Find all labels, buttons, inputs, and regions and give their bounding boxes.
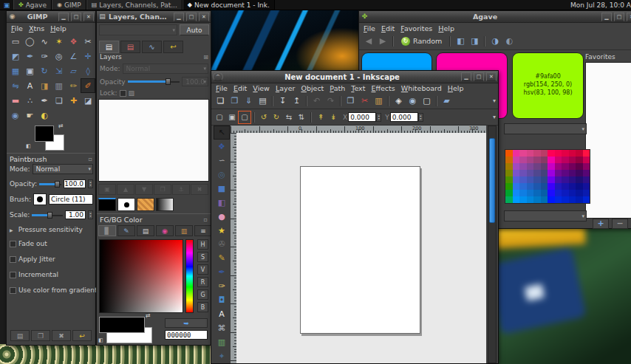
inkscape-menu-edit[interactable]: Edit — [231, 83, 250, 93]
palette-cell[interactable] — [548, 183, 555, 190]
palette-cell[interactable] — [519, 190, 527, 196]
opacity-spinner[interactable] — [88, 179, 93, 188]
inkscape-menu-file[interactable]: File — [213, 83, 231, 93]
palette-cell[interactable] — [527, 170, 534, 176]
delete-tool-options-button[interactable]: ✖ — [52, 330, 71, 341]
minimize-button[interactable]: ▁ — [174, 13, 184, 21]
remove-favorite-button[interactable]: − — [612, 219, 628, 229]
apply-jitter-option[interactable]: Apply Jitter — [10, 255, 93, 263]
lock-alpha-icon[interactable]: ▨ — [129, 89, 135, 97]
fgbg-dock-tab[interactable] — [98, 198, 116, 211]
palette-cell[interactable] — [583, 183, 590, 190]
palette-cell[interactable] — [513, 170, 520, 176]
taskbar-item-agave[interactable]: ✤Agave — [13, 0, 52, 10]
palette-cell[interactable] — [548, 163, 555, 170]
palette-cell[interactable] — [527, 183, 534, 190]
rotate-cw-button[interactable]: ↻ — [270, 111, 282, 123]
zoom-page-button[interactable]: ▢ — [420, 95, 434, 108]
palette-cell[interactable] — [527, 157, 534, 163]
zoom-selection-button[interactable]: ◈ — [392, 95, 406, 108]
undo-history-tab[interactable]: ↩ — [163, 41, 183, 53]
inkscape-menu-effects[interactable]: Effects — [368, 83, 398, 93]
palette-cell[interactable] — [583, 170, 590, 176]
x-spinner[interactable] — [376, 113, 381, 122]
palette-cell[interactable] — [513, 190, 520, 196]
layers-tab[interactable]: ▤ — [99, 41, 119, 53]
palette-cell[interactable] — [555, 176, 562, 183]
copy-button[interactable]: ❐ — [344, 95, 358, 108]
print-button[interactable]: ▤ — [256, 95, 270, 108]
palette-cell[interactable] — [527, 196, 534, 203]
restore-tool-options-button[interactable]: ❐ — [31, 330, 50, 341]
rotate-ccw-button[interactable]: ↺ — [258, 111, 270, 123]
palette-cell[interactable] — [505, 183, 513, 190]
inkscape-tweak-tool[interactable]: ∽ — [214, 154, 230, 168]
darken-scheme-button[interactable]: ◧ — [454, 35, 467, 47]
hue-strip[interactable] — [185, 239, 194, 313]
palette-cell[interactable] — [541, 150, 548, 157]
apply-jitter-checkbox[interactable] — [10, 256, 16, 263]
agave-menu-file[interactable]: File — [361, 24, 378, 33]
inkscape-connector-tool[interactable]: ⌘ — [214, 321, 230, 335]
brush-name[interactable]: Circle (11) — [49, 194, 93, 205]
raise-to-top-button[interactable]: ↟ — [315, 111, 327, 123]
lock-checkbox[interactable] — [120, 90, 126, 97]
scissors-tool[interactable]: ✂ — [81, 34, 95, 49]
palette-cell[interactable] — [562, 163, 569, 170]
palette-cell[interactable] — [569, 163, 576, 170]
inkscape-ruler-top[interactable]: 0100200300400 — [231, 126, 486, 133]
image-select[interactable] — [99, 24, 177, 35]
scale-slider[interactable] — [32, 212, 63, 219]
inkscape-text-tool[interactable]: A — [214, 307, 230, 321]
layer-opacity-slider[interactable] — [128, 78, 180, 85]
inkscape-canvas[interactable] — [236, 133, 486, 363]
zoom-tool[interactable]: ◎ — [52, 49, 66, 63]
inkscape-menu-text[interactable]: Text — [348, 83, 368, 93]
x-field[interactable]: 0.000 — [348, 112, 376, 122]
airbrush-tool[interactable]: ∴ — [23, 93, 38, 108]
inkscape-selector-tool[interactable]: ↖ — [214, 126, 230, 140]
palette-cell[interactable] — [527, 150, 534, 157]
gradient-option[interactable]: Use color from gradient — [10, 286, 93, 294]
fgbg-menu-icon[interactable]: ▫ — [204, 216, 208, 223]
scheme-swatch-green[interactable]: #9afa00 rgb(154, 250, 0) hsv(83, 100, 98… — [512, 52, 584, 119]
move-tool[interactable]: ✛ — [81, 49, 95, 63]
random-button[interactable]: ↻ Random — [397, 35, 446, 47]
palette-cell[interactable] — [583, 196, 590, 203]
palette-cell[interactable] — [548, 196, 555, 203]
ellipse-select-tool[interactable]: ◯ — [23, 34, 38, 49]
palette-selector-tab[interactable]: ▥ — [175, 225, 193, 236]
palette-cell[interactable] — [555, 190, 562, 196]
vertical-scrollbar[interactable] — [488, 126, 497, 363]
palette-cell[interactable] — [519, 176, 527, 183]
dialog-foreground-swatch[interactable] — [99, 317, 145, 333]
inkscape-dropper-tool[interactable]: ✦ — [214, 349, 230, 363]
minimize-button[interactable]: ▁ — [58, 13, 69, 21]
taskbar-item-inkscape[interactable]: ◆New document 1 - Ink. — [183, 0, 275, 10]
inkscape-spiral-tool[interactable]: ✇ — [214, 238, 230, 252]
palette-cell[interactable] — [548, 176, 555, 183]
commands-overflow-chevron[interactable]: ▾ — [493, 97, 496, 104]
palette-cell[interactable] — [505, 170, 513, 176]
agave-menu-favorites[interactable]: Favorites — [398, 24, 435, 33]
close-button[interactable]: ✕ — [627, 13, 631, 21]
rotate-tool[interactable]: ↻ — [37, 63, 52, 78]
palette-cell[interactable] — [519, 163, 527, 170]
palette-cell[interactable] — [576, 196, 583, 203]
palette-cell[interactable] — [576, 170, 583, 176]
palette-cell[interactable] — [555, 170, 562, 176]
color-picker-tool[interactable]: ✑ — [37, 49, 52, 63]
desaturate-scheme-button[interactable]: ◐ — [502, 35, 516, 47]
blend-tool[interactable]: ▥ — [52, 78, 66, 93]
raise-layer-button[interactable]: ▲ — [117, 184, 134, 195]
inkscape-3dbox-tool[interactable]: ◧ — [214, 196, 230, 210]
wheel-selector-tab[interactable]: ◉ — [156, 225, 174, 236]
save-document-button[interactable]: ⇓ — [242, 95, 256, 108]
mode-select[interactable]: Normal — [33, 164, 93, 174]
free-select-tool[interactable]: ∿ — [37, 34, 52, 49]
paintbrush-tool[interactable]: ✐ — [81, 78, 95, 93]
foreground-select-tool[interactable]: ◩ — [8, 49, 23, 63]
favorites-list[interactable] — [585, 62, 631, 219]
dodge-burn-tool[interactable]: ◐ — [37, 108, 52, 123]
palette-cell[interactable] — [519, 150, 527, 157]
